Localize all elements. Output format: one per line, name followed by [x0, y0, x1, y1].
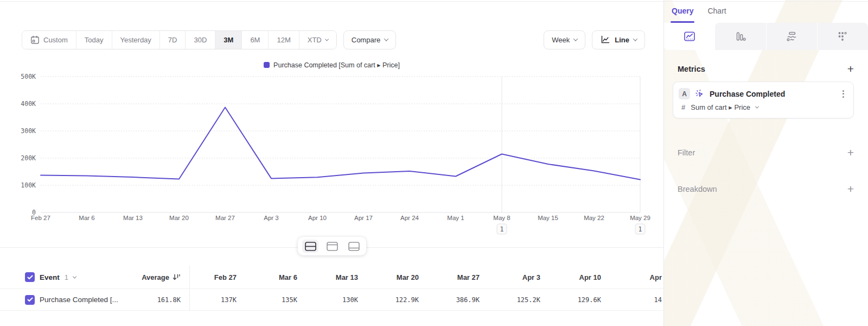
table-bottom-icon	[348, 242, 360, 251]
x-axis-tick: May 8	[493, 215, 510, 221]
aggregation-label: Sum of cart ▸ Price	[691, 103, 750, 111]
add-filter-button[interactable]: +	[847, 147, 854, 158]
x-axis-tick: Apr 10	[308, 215, 327, 221]
metrics-title: Metrics	[678, 65, 705, 73]
layout-chart-top-button[interactable]	[324, 240, 340, 253]
y-axis-tick: 400K	[21, 100, 36, 108]
row-name: Purchase Completed [...	[40, 296, 118, 304]
date-column-header[interactable]: Mar 27	[433, 273, 494, 281]
value-cell: 14	[615, 296, 664, 304]
value-cell: 129.6K	[554, 296, 615, 304]
aggregation-dropdown[interactable]: # Sum of cart ▸ Price	[681, 103, 846, 111]
date-column-header[interactable]: Mar 20	[372, 273, 433, 281]
bar-chart-icon	[735, 31, 746, 42]
tile-bar-chart[interactable]	[714, 23, 765, 50]
chart-type-tile-row	[664, 23, 868, 50]
range-xtd-button[interactable]: XTD	[299, 31, 336, 49]
query-sidebar: Query Chart	[664, 0, 868, 326]
top-divider	[0, 1, 868, 2]
event-selector[interactable]: Event 1	[0, 272, 124, 282]
sidebar-tabs: Query Chart	[664, 0, 868, 23]
range-3m-button[interactable]: 3M	[215, 31, 241, 49]
value-cell: 135K	[251, 296, 311, 304]
chevron-down-icon	[384, 36, 388, 41]
filter-title: Filter	[678, 148, 695, 157]
compare-label: Compare	[352, 36, 380, 44]
kebab-menu-icon[interactable]	[841, 89, 846, 99]
date-column-header[interactable]: Apr	[615, 273, 664, 281]
layout-table-bottom-button[interactable]	[346, 240, 362, 253]
event-label: Event	[40, 273, 60, 281]
range-label: 12M	[277, 36, 290, 44]
tab-chart[interactable]: Chart	[707, 7, 726, 23]
interval-dropdown[interactable]: Week	[544, 30, 585, 49]
x-axis-tick: Apr 3	[264, 215, 279, 221]
split-view-icon	[305, 242, 316, 251]
chevron-down-icon	[325, 37, 329, 41]
filter-section: Filter +	[664, 147, 868, 158]
chevron-down-icon	[633, 36, 637, 41]
hash-icon: #	[681, 103, 685, 111]
tab-query[interactable]: Query	[672, 7, 693, 23]
layout-toggle	[298, 237, 366, 255]
tile-flows[interactable]	[766, 23, 817, 50]
calendar-icon	[30, 35, 40, 45]
select-all-checkbox[interactable]	[25, 272, 35, 282]
range-label: 3M	[224, 36, 233, 44]
range-label: XTD	[308, 36, 322, 44]
range-label: 30D	[194, 36, 207, 44]
y-axis-tick: 200K	[21, 154, 36, 162]
row-checkbox[interactable]	[25, 295, 35, 305]
metric-card[interactable]: A Purchase Completed # Sum of cart ▸ Pri…	[673, 82, 854, 118]
range-30d-button[interactable]: 30D	[185, 31, 215, 49]
range-6m-button[interactable]: 6M	[241, 31, 268, 49]
range-label: 6M	[250, 36, 260, 44]
series-line	[41, 108, 640, 180]
line-chart[interactable]: 500K400K300K200K100K011Feb 27Mar 6Mar 13…	[0, 70, 664, 243]
table-row: Purchase Completed [... 161.8K 137K135K1…	[0, 289, 664, 311]
table-header-row: Event 1 Average Feb 27Mar 6Mar 13Mar 20M…	[0, 266, 664, 289]
range-today-button[interactable]: Today	[76, 31, 112, 49]
range-yesterday-button[interactable]: Yesterday	[112, 31, 159, 49]
results-table: Event 1 Average Feb 27Mar 6Mar 13Mar 20M…	[0, 266, 664, 311]
compare-button[interactable]: Compare	[343, 30, 396, 49]
average-column-header[interactable]: Average	[124, 266, 190, 289]
range-custom-button[interactable]: Custom	[22, 31, 76, 49]
event-count: 1	[65, 273, 68, 281]
insights-report: CustomTodayYesterday7D30D3M6M12MXTD Comp…	[0, 0, 868, 326]
annotation-badge-label: 1	[639, 225, 642, 233]
range-7d-button[interactable]: 7D	[159, 31, 186, 49]
line-chart-icon	[600, 35, 610, 45]
range-label: Today	[85, 36, 104, 44]
range-12m-button[interactable]: 12M	[268, 31, 298, 49]
metric-event-name: Purchase Completed	[710, 90, 836, 98]
x-axis-tick: Mar 27	[215, 215, 235, 221]
date-column-header[interactable]: Apr 10	[554, 273, 615, 281]
value-cell: 137K	[190, 296, 251, 304]
date-column-header[interactable]: Mar 6	[251, 273, 311, 281]
flows-icon	[786, 31, 797, 42]
layout-split-view-button[interactable]	[302, 240, 318, 253]
chart-type-dropdown[interactable]: Line	[592, 30, 645, 49]
y-axis-tick: 500K	[21, 73, 36, 80]
y-axis-tick: 300K	[21, 127, 36, 135]
x-axis-tick: Feb 27	[31, 215, 50, 221]
chevron-down-icon	[755, 105, 759, 109]
metrics-header: Metrics +	[664, 63, 868, 74]
average-label: Average	[142, 273, 169, 281]
breakdown-section: Breakdown +	[664, 183, 868, 195]
value-cell: 125.2K	[494, 296, 554, 304]
y-axis-tick: 100K	[21, 181, 36, 189]
metric-letter-badge: A	[679, 88, 690, 99]
value-cell: 130K	[311, 296, 372, 304]
tile-retention[interactable]	[817, 23, 868, 50]
x-axis-tick: May 15	[538, 215, 558, 221]
date-column-header[interactable]: Feb 27	[190, 273, 251, 281]
add-breakdown-button[interactable]: +	[847, 183, 854, 195]
tile-insights[interactable]	[664, 23, 714, 50]
date-column-header[interactable]: Apr 3	[494, 273, 554, 281]
retention-dots-icon	[837, 31, 848, 42]
x-axis-tick: Mar 6	[79, 215, 94, 221]
date-column-header[interactable]: Mar 13	[311, 273, 372, 281]
add-metric-button[interactable]: +	[847, 63, 854, 74]
